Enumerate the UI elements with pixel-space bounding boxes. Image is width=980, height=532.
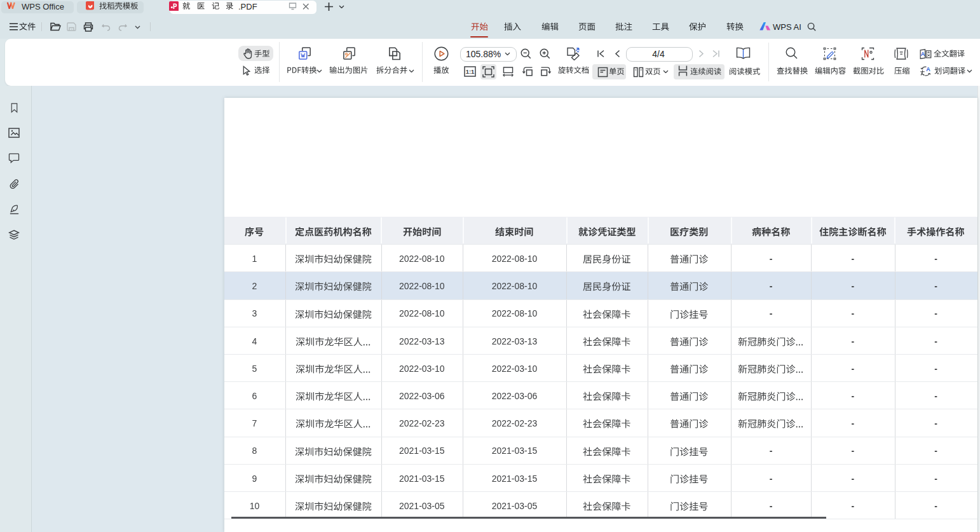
svg-text:1:1: 1:1 — [465, 68, 474, 75]
svg-text:A: A — [926, 66, 930, 72]
svg-text:A: A — [921, 51, 925, 57]
